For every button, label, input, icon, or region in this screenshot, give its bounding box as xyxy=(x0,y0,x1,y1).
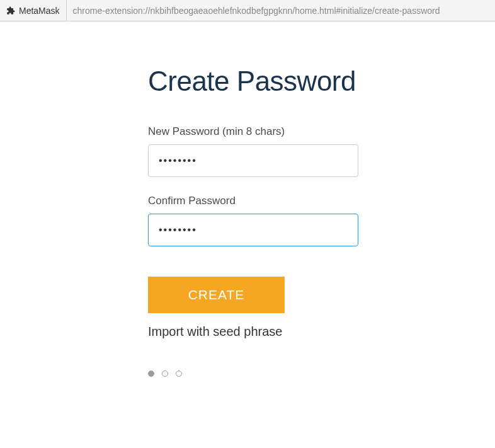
extension-name: MetaMask xyxy=(19,6,60,16)
extension-puzzle-icon xyxy=(6,6,15,15)
page-title: Create Password xyxy=(148,66,359,97)
progress-indicator xyxy=(148,370,359,377)
confirm-password-input[interactable] xyxy=(148,214,358,246)
browser-address-bar: MetaMask chrome-extension://nkbihfbeogae… xyxy=(0,0,495,21)
confirm-password-group: Confirm Password xyxy=(148,195,359,264)
confirm-password-label: Confirm Password xyxy=(148,195,359,207)
progress-dot-1 xyxy=(148,370,154,377)
new-password-label: New Password (min 8 chars) xyxy=(148,125,359,138)
main-content: Create Password New Password (min 8 char… xyxy=(0,21,359,377)
import-seed-link[interactable]: Import with seed phrase xyxy=(148,325,359,339)
new-password-input[interactable] xyxy=(148,144,358,177)
progress-dot-2 xyxy=(162,370,168,377)
new-password-group: New Password (min 8 chars) xyxy=(148,125,359,195)
progress-dot-3 xyxy=(176,370,182,377)
create-button[interactable]: CREATE xyxy=(148,277,285,313)
extension-label: MetaMask xyxy=(0,0,67,21)
url-display[interactable]: chrome-extension://nkbihfbeogaeaoehlefnk… xyxy=(67,6,495,16)
